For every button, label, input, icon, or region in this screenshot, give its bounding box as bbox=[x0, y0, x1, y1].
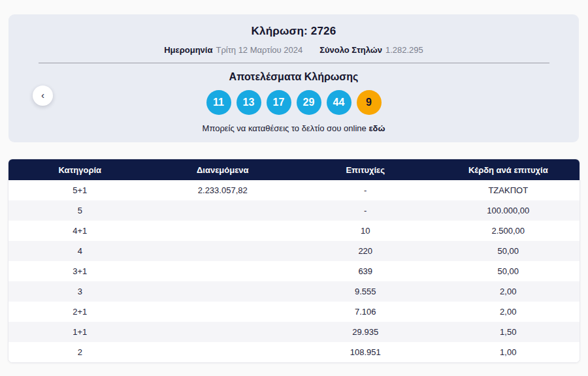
table-row: 5+1 2.233.057,82 - ΤΖΑΚΠΟΤ bbox=[8, 180, 580, 200]
header-category: Κατηγορία bbox=[8, 165, 152, 175]
cell-prize: 50,00 bbox=[437, 266, 580, 276]
total-columns-label: Σύνολο Στηλών bbox=[319, 45, 382, 55]
table-row: 4 220 50,00 bbox=[8, 241, 580, 261]
header-winners: Επιτυχίες bbox=[294, 165, 437, 175]
chevron-left-icon: ‹ bbox=[41, 90, 44, 100]
cell-category: 4+1 bbox=[8, 226, 152, 236]
cell-winners: 108.951 bbox=[294, 347, 437, 357]
cell-category: 2 bbox=[8, 347, 152, 357]
cell-winners: 220 bbox=[294, 246, 437, 256]
cell-winners: 10 bbox=[294, 226, 437, 236]
draw-date-label: Ημερομηνία bbox=[164, 45, 212, 55]
draw-number-ball: 17 bbox=[267, 90, 291, 115]
cell-winners: 9.555 bbox=[294, 287, 437, 296]
cell-winners: - bbox=[294, 206, 437, 215]
cell-category: 5+1 bbox=[8, 185, 152, 195]
cell-winners: 639 bbox=[294, 266, 437, 276]
cell-prize: 2.500,00 bbox=[437, 226, 580, 236]
cell-category: 2+1 bbox=[8, 307, 152, 317]
header-distributed: Διανεμόμενα bbox=[152, 165, 295, 175]
bonus-number-ball: 9 bbox=[357, 90, 382, 115]
cell-category: 4 bbox=[8, 246, 152, 256]
total-columns-value: 1.282.295 bbox=[385, 45, 423, 55]
draw-meta: Ημερομηνία Τρίτη 12 Μαρτίου 2024 Σύνολο … bbox=[8, 45, 579, 55]
cell-prize: ΤΖΑΚΠΟΤ bbox=[437, 185, 580, 195]
panel-divider bbox=[39, 63, 549, 63]
prize-table: Κατηγορία Διανεμόμενα Επιτυχίες Κέρδη αν… bbox=[8, 159, 580, 363]
cell-prize: 1,50 bbox=[437, 327, 580, 337]
prize-table-body: 5+1 2.233.057,82 - ΤΖΑΚΠΟΤ 5 - 100.000,0… bbox=[8, 180, 580, 362]
cell-prize: 2,00 bbox=[437, 287, 580, 296]
online-submit-link[interactable]: εδώ bbox=[368, 123, 385, 133]
cell-winners: 29.935 bbox=[294, 327, 437, 337]
total-columns: Σύνολο Στηλών 1.282.295 bbox=[319, 45, 423, 55]
header-prize-per-win: Κέρδη ανά επιτυχία bbox=[437, 165, 580, 175]
draw-date: Ημερομηνία Τρίτη 12 Μαρτίου 2024 bbox=[164, 45, 302, 55]
online-submit-text: Μπορείς να καταθέσεις το δελτίο σου onli… bbox=[8, 123, 579, 133]
cell-category: 3 bbox=[8, 287, 152, 296]
table-row: 1+1 29.935 1,50 bbox=[8, 322, 580, 342]
online-submit-text-body: Μπορείς να καταθέσεις το δελτίο σου onli… bbox=[203, 123, 367, 133]
table-row: 2 108.951 1,00 bbox=[8, 342, 580, 362]
previous-draw-button[interactable]: ‹ bbox=[33, 86, 53, 106]
draw-date-value: Τρίτη 12 Μαρτίου 2024 bbox=[216, 45, 302, 55]
table-row: 4+1 10 2.500,00 bbox=[8, 221, 580, 241]
prize-table-header: Κατηγορία Διανεμόμενα Επιτυχίες Κέρδη αν… bbox=[8, 159, 580, 180]
table-row: 3 9.555 2,00 bbox=[8, 281, 580, 302]
draw-numbers: 11 13 17 29 44 9 bbox=[8, 90, 579, 115]
cell-category: 5 bbox=[8, 206, 152, 215]
cell-prize: 50,00 bbox=[437, 246, 580, 256]
cell-prize: 2,00 bbox=[437, 307, 580, 317]
draw-number-ball: 13 bbox=[237, 90, 261, 115]
draw-number-ball: 44 bbox=[327, 90, 351, 115]
draw-number-ball: 29 bbox=[297, 90, 321, 115]
cell-prize: 100.000,00 bbox=[437, 206, 580, 215]
table-row: 2+1 7.106 2,00 bbox=[8, 302, 580, 322]
table-row: 3+1 639 50,00 bbox=[8, 261, 580, 281]
cell-winners: 7.106 bbox=[294, 307, 437, 317]
results-title: Αποτελέσματα Κλήρωσης bbox=[8, 71, 579, 83]
cell-category: 1+1 bbox=[8, 327, 152, 337]
cell-distributed: 2.233.057,82 bbox=[152, 185, 295, 195]
cell-winners: - bbox=[294, 185, 437, 195]
cell-category: 3+1 bbox=[8, 266, 152, 276]
draw-title: Κλήρωση: 2726 bbox=[8, 14, 579, 38]
table-row: 5 - 100.000,00 bbox=[8, 200, 580, 221]
cell-prize: 1,00 bbox=[437, 347, 580, 357]
draw-panel: Κλήρωση: 2726 Ημερομηνία Τρίτη 12 Μαρτίο… bbox=[8, 14, 579, 142]
draw-number-ball: 11 bbox=[206, 90, 231, 115]
